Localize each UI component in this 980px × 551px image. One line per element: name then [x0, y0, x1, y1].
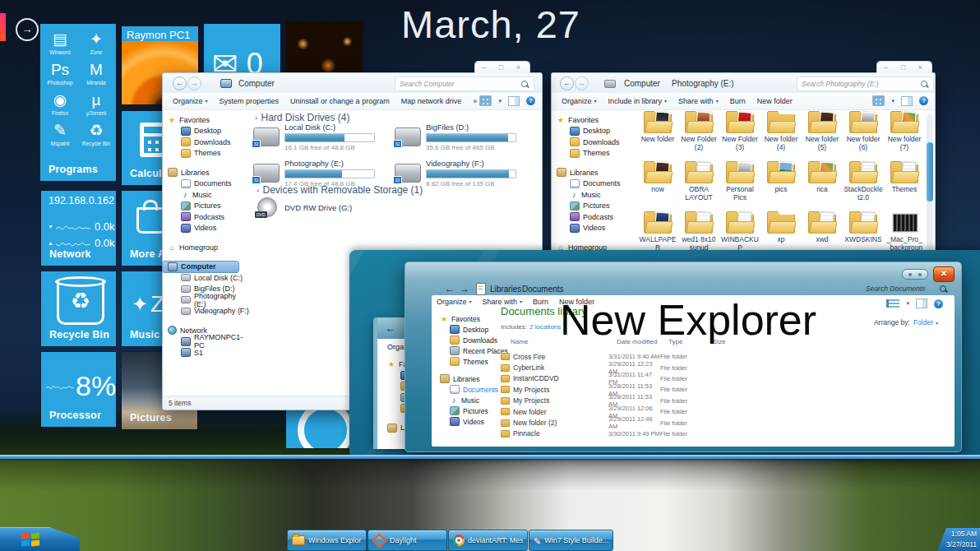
tree-item[interactable]: Downloads — [438, 335, 508, 345]
tree-item[interactable]: Documents — [438, 384, 508, 395]
list-view-icon[interactable] — [886, 299, 899, 308]
tree-item[interactable]: Themes — [552, 148, 637, 160]
preview-pane-icon[interactable] — [508, 96, 520, 106]
file-row[interactable]: New folder 3/29/2011 12:06 AM File folde… — [501, 406, 948, 417]
tree-item[interactable]: Videos — [552, 223, 637, 234]
tile-programs[interactable]: ▤ Winword ✦ Zune Ps Photoshop M — [40, 24, 116, 181]
forward-button[interactable]: → — [187, 76, 201, 90]
tree-item[interactable]: Videos — [163, 223, 250, 234]
breadcrumb-root[interactable]: Computer — [238, 79, 275, 88]
tree-item[interactable]: Pictures — [438, 405, 508, 416]
toolbar-item[interactable]: Uninstall or change a program — [290, 97, 390, 105]
help-icon[interactable]: ? — [919, 96, 928, 105]
toolbar-item[interactable]: » — [473, 97, 477, 105]
tree-item[interactable]: Libraries — [163, 167, 250, 178]
minimize-button[interactable]: – — [475, 63, 492, 73]
tree-item[interactable]: Desktop — [552, 126, 637, 137]
group-header-removable[interactable]: Devices with Removable Storage (1) — [257, 184, 423, 196]
tree-item[interactable]: RAYMONPC1-PC — [163, 336, 250, 348]
help-icon[interactable]: ? — [934, 299, 943, 308]
tree-item[interactable]: Homegroup — [163, 242, 250, 253]
tree-item[interactable]: Music — [552, 189, 637, 201]
program-app[interactable]: µ µTorrent — [78, 91, 114, 116]
program-app[interactable]: ✦ Zune — [78, 30, 114, 55]
folder-item[interactable]: Personal Pics — [719, 158, 760, 208]
tree-item[interactable]: Pictures — [163, 201, 250, 212]
group-header-drives[interactable]: Hard Disk Drives (4) — [255, 112, 350, 123]
tree-item[interactable]: Music — [438, 395, 508, 405]
toolbar-item[interactable]: Map network drive — [401, 97, 462, 105]
tree-item[interactable]: Photography (E:) — [163, 294, 250, 306]
toolbar-item[interactable]: Organize — [437, 298, 472, 306]
folder-item[interactable]: Themes — [884, 158, 925, 208]
search-box[interactable]: Search Computer — [395, 76, 534, 91]
toolbar-item[interactable]: New folder — [757, 97, 793, 105]
toolbar-item[interactable]: Include in library — [608, 97, 668, 105]
breadcrumb-root[interactable]: Computer — [624, 79, 660, 88]
toolbar-item[interactable]: Organize — [173, 97, 208, 105]
forward-button[interactable]: → — [460, 283, 469, 294]
close-button[interactable]: × — [912, 63, 929, 73]
tree-item[interactable]: Documents — [163, 178, 250, 190]
help-icon[interactable]: ? — [526, 96, 535, 105]
back-button[interactable]: ← — [560, 76, 574, 90]
folder-item[interactable]: pics — [760, 158, 802, 208]
program-app[interactable]: ▤ Winword — [42, 30, 78, 55]
folder-item[interactable]: OBRA LAYOUT — [678, 158, 719, 208]
taskbar-button[interactable]: deviantART: Mes... — [448, 530, 528, 551]
folder-item[interactable]: StackDocklet2.0 — [843, 158, 884, 208]
tree-item[interactable]: Recent Places — [438, 345, 508, 356]
tree-item[interactable]: Videography (F:) — [163, 306, 250, 317]
tree-item[interactable]: Desktop — [163, 126, 250, 137]
preview-pane-icon[interactable] — [916, 299, 927, 308]
program-app[interactable]: ♻ Recycle Bin — [78, 122, 114, 146]
tree-item[interactable]: Libraries — [438, 373, 508, 384]
folder-item[interactable]: New folder — [637, 108, 678, 158]
folder-item[interactable]: New folder (6) — [843, 108, 884, 158]
folder-item[interactable]: now — [637, 158, 678, 208]
file-row[interactable]: InstantCDDVD 3/31/2011 11:47 PM File fol… — [501, 373, 948, 384]
file-row[interactable]: Cross Fire 3/31/2011 9:40 AM File folder — [501, 351, 948, 362]
dvd-drive-item[interactable]: DVD RW Drive (G:) — [255, 197, 352, 218]
tree-item[interactable]: Favorites — [163, 114, 250, 126]
search-box[interactable]: Search Photography (E:) — [797, 76, 934, 91]
folder-item[interactable]: New folder (5) — [802, 108, 843, 158]
program-app[interactable]: ◉ Firefox — [42, 91, 78, 116]
tree-item[interactable]: Local Disk (C:) — [163, 272, 250, 284]
minimize-button[interactable]: – — [877, 63, 894, 73]
tree-item[interactable]: Music — [163, 189, 250, 201]
toolbar-item[interactable]: Share with — [678, 97, 719, 105]
tree-item[interactable]: Desktop — [438, 324, 508, 335]
tree-item[interactable]: Downloads — [163, 137, 250, 148]
locations-link[interactable]: 2 locations — [529, 323, 561, 331]
folder-item[interactable]: New Folder (2) — [678, 108, 719, 158]
start-forward-button[interactable]: → — [16, 18, 39, 41]
drive-item[interactable]: Photography (E:) 17.4 GB free of 48.8 GB — [253, 159, 395, 188]
program-app[interactable]: Ps Photoshop — [42, 61, 78, 86]
tree-item[interactable]: Themes — [163, 148, 250, 160]
toolbar-item[interactable]: System properties — [220, 97, 280, 105]
tree-item[interactable]: Favorites — [438, 313, 508, 324]
file-row[interactable]: Pinnacle 3/30/2011 9:49 PM File folder — [501, 428, 948, 439]
scrollbar-thumb[interactable] — [927, 142, 933, 201]
view-options-icon[interactable] — [479, 95, 492, 106]
program-app[interactable]: M Miranda — [78, 61, 114, 86]
tile-processor[interactable]: 8% Processor — [41, 352, 116, 427]
tree-item[interactable]: Downloads — [552, 137, 637, 148]
breadcrumb-current[interactable]: Photography (E:) — [672, 79, 734, 88]
tile-network[interactable]: 192.168.0.162 ▼ 0.0k ▲ 0.0k Network — [41, 191, 116, 266]
taskbar-button[interactable]: Windows Explorer — [287, 530, 367, 551]
maximize-button[interactable]: □ — [492, 63, 510, 73]
file-row[interactable]: My Projects 3/28/2011 11:53 AM File fold… — [501, 396, 948, 406]
drive-item[interactable]: Videography (F:) 8.82 GB free of 135 GB — [395, 159, 536, 188]
arrange-value[interactable]: Folder — [913, 318, 938, 326]
tile-recycle-bin[interactable]: ♻ Recycle Bin — [41, 271, 116, 346]
drive-item[interactable]: Local Disk (C:) 16.1 GB free of 48.8 GB — [253, 123, 395, 151]
breadcrumb-root[interactable]: Libraries — [490, 285, 521, 294]
scrollbar[interactable] — [927, 114, 933, 252]
tree-item[interactable]: Podcasts — [163, 211, 250, 223]
tree-item[interactable]: Computer — [163, 262, 238, 273]
breadcrumb-current[interactable]: Documents — [522, 285, 564, 294]
tree-item[interactable]: Themes — [438, 356, 508, 367]
toolbar-item[interactable]: Organize — [562, 97, 597, 105]
